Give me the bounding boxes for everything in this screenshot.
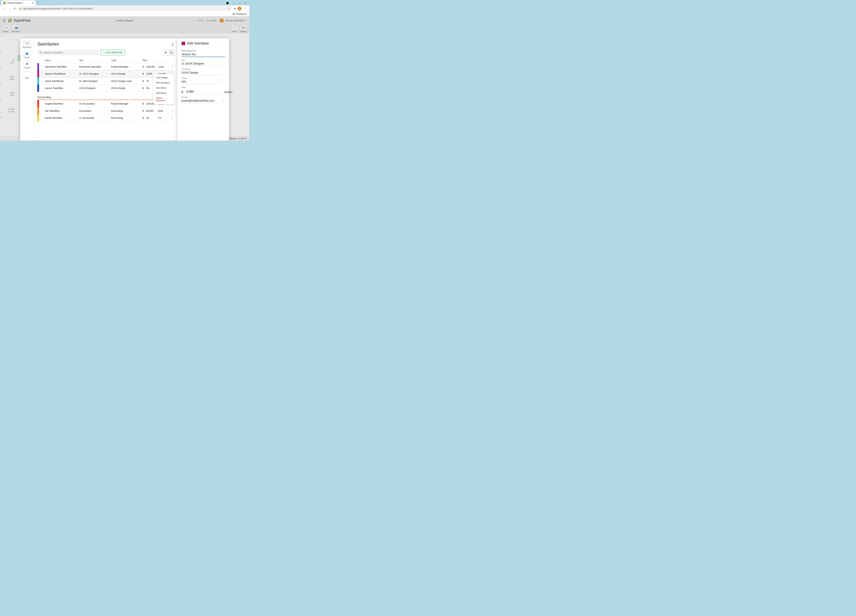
profile-avatar[interactable]: J [238, 7, 242, 11]
share-tool[interactable]: < Share [231, 25, 238, 32]
menu-edit-swimlane[interactable]: Edit Swimlane [154, 80, 174, 85]
app-logo[interactable]: TeamFlow [8, 18, 31, 23]
add-team-icon: +👥 [14, 26, 18, 29]
cell-title: Jr. Accountant [76, 117, 108, 119]
drag-handle-icon[interactable]: ⋮⋮ [39, 110, 42, 112]
label-field[interactable] [182, 70, 225, 75]
row-menu-icon[interactable]: ⋮ [170, 65, 174, 68]
secondary-toolbar: ▭▾ Modes +👥 Add Team < Share ⚙▾ Settings [0, 25, 249, 33]
add-swimlane-button[interactable]: ＋ ADD SWIMLANE [101, 50, 125, 55]
menu-add-above[interactable]: Add Above [154, 85, 174, 91]
browser-toolbar: ← → ⟳ 🔒 app.teamflow.com/diagrams/5aa344… [0, 6, 249, 12]
cell-label: Project Manager [108, 65, 140, 68]
maximize-icon[interactable]: ▢ [239, 2, 240, 5]
search-input-wrap: 🔍 [37, 50, 99, 55]
drag-handle-icon[interactable]: ⋮⋮ [39, 66, 42, 68]
edit-icon[interactable]: ✎ [223, 42, 225, 45]
drag-handle-icon[interactable]: ⋮⋮ [39, 87, 42, 89]
col-rate: Rate [142, 59, 173, 61]
address-bar[interactable]: 🔒 app.teamflow.com/diagrams/5aa34451-7d6… [17, 6, 232, 11]
bookmark-star-icon[interactable]: ☆ [228, 7, 230, 10]
new-button[interactable]: ＋ NEW [195, 19, 203, 22]
reload-icon[interactable]: ⟳ [13, 7, 15, 10]
menu-view-details[interactable]: View Details [154, 75, 174, 80]
menu-add-below[interactable]: Add Below [154, 91, 174, 96]
cell-label: Project Manager [108, 102, 140, 105]
nav-contacts[interactable]: ▣Contacts [20, 60, 34, 70]
settings-tool[interactable]: ⚙▾ Settings [240, 25, 247, 32]
modes-icon: ▭▾ [4, 26, 8, 29]
copy-icon[interactable]: ▯ [220, 42, 222, 45]
forward-icon[interactable]: → [8, 7, 12, 10]
menu-icon[interactable]: ☰ [3, 18, 6, 23]
extensions-icon[interactable]: ✦ [234, 7, 236, 10]
currency-select[interactable]: $▾ [182, 91, 185, 94]
cell-rate: $20/ hr [140, 117, 170, 119]
ruler-label: £1,6602 mons [8, 108, 14, 113]
browser-tab[interactable]: Untitled Diagram ✕ [2, 0, 35, 6]
modes-tool[interactable]: ▭▾ Modes [2, 25, 9, 32]
help-button[interactable]: ◯? HELP [206, 19, 217, 22]
cell-name: Lauren Teamflow [42, 87, 76, 89]
modal-nav: ▯▯▯Swimlanes 👥Teams ▣Contacts Orgs [20, 38, 34, 140]
group-select[interactable] [182, 79, 219, 84]
download-icon[interactable]: ⤓ [171, 42, 174, 46]
cell-name: Samantha Teamflow [42, 65, 76, 68]
swimlane-color-swatch[interactable] [182, 41, 185, 45]
table-row[interactable]: ⋮⋮ Samantha Teamflow Personnel Specialis… [37, 63, 174, 70]
new-tab-button[interactable]: + [37, 1, 39, 6]
row-menu-icon[interactable]: ⋮ [170, 109, 174, 112]
browser-menu-icon[interactable]: ⋮ [243, 7, 248, 11]
group-color-swatch[interactable] [221, 80, 225, 84]
status-cost-value: £2,360.00 [237, 137, 246, 140]
minimize-icon[interactable]: ― [232, 2, 235, 5]
back-icon[interactable]: ← [2, 7, 6, 10]
ruler: 1 2 £02 hrs 3 £5003 wks 4 £2004 hrs 5 £1… [0, 33, 16, 137]
close-icon[interactable]: ✕ [32, 2, 34, 4]
gear-icon: ⚙▾ [242, 26, 245, 29]
cell-label: UI/UX Design [108, 87, 140, 89]
reading-list-link[interactable]: Reading list [236, 13, 246, 15]
app-indicator-icon[interactable] [226, 2, 229, 4]
cell-label: Accounting [108, 117, 140, 119]
user-menu[interactable]: J JESSICA BRANKS ▾ [220, 18, 246, 23]
rate-amount-field[interactable] [186, 90, 223, 94]
contact-field[interactable] [182, 98, 225, 103]
window-controls: ― ▢ ✕ [226, 2, 249, 6]
title-field[interactable] [182, 61, 225, 66]
cell-label: Accounting [108, 109, 140, 112]
name-field[interactable] [182, 52, 225, 57]
panel-title: Edit Swimlane [187, 41, 209, 45]
list-view-icon[interactable]: ☰ [168, 50, 174, 55]
cell-name: Angela Teamflow [42, 102, 76, 105]
document-title[interactable]: Untitled Diagram [116, 19, 134, 22]
nav-swimlanes[interactable]: ▯▯▯Swimlanes [20, 40, 34, 49]
app-header: ☰ TeamFlow Untitled Diagram ＋ NEW ◯? HEL… [0, 17, 249, 25]
grid-view-icon[interactable]: ⊞ [162, 50, 168, 55]
drag-handle-icon[interactable]: ⋮⋮ [39, 80, 42, 82]
lock-icon: 🔒 [19, 8, 22, 10]
share-icon: < [234, 26, 235, 29]
rate-label: Rate [182, 86, 225, 88]
search-input[interactable] [37, 50, 99, 55]
name-label: Name (Required) [182, 50, 225, 52]
menu-delete-swimlane[interactable]: Delete Swimlane [154, 96, 174, 103]
ruler-tick: 5 [0, 100, 2, 102]
table-row[interactable]: ⋮⋮ Joe Teamflow Accountant Accounting $5… [37, 107, 174, 114]
cell-label: UI/UX Design Lead [108, 80, 140, 83]
table-row[interactable]: ⋮⋮ Daniel Teamflow Jr. Accountant Accoun… [37, 114, 174, 121]
rate-unit-select[interactable]: month▾ [224, 91, 233, 94]
add-team-tool[interactable]: +👥 Add Team [12, 25, 20, 32]
drag-handle-icon[interactable]: ⋮⋮ [39, 117, 42, 119]
nav-teams[interactable]: 👥Teams [20, 50, 34, 60]
modal-title: Swimlanes [37, 41, 59, 47]
drag-handle-icon[interactable]: ⋮⋮ [39, 103, 42, 105]
selection-box[interactable] [18, 55, 20, 60]
drag-handle-icon[interactable]: ⋮⋮ [39, 72, 42, 75]
col-name: Name [45, 59, 79, 61]
close-window-icon[interactable]: ✕ [244, 2, 246, 5]
app-root: ☰ TeamFlow Untitled Diagram ＋ NEW ◯? HEL… [0, 17, 249, 140]
nav-orgs[interactable]: Orgs [20, 71, 34, 80]
row-menu-icon[interactable]: ⋮ [170, 116, 174, 120]
view-toggle: ⊞ ☰ [162, 49, 174, 55]
